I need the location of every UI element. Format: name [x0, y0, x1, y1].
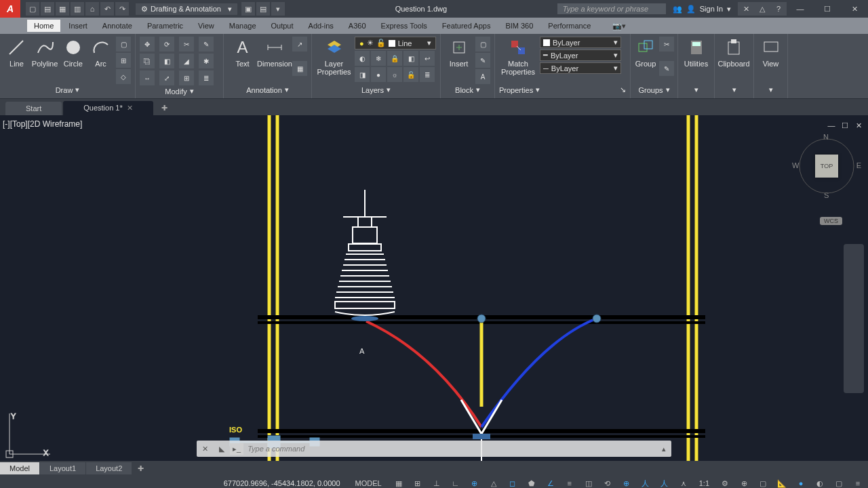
text-button[interactable]: AText: [228, 37, 257, 84]
tab-performance[interactable]: Performance: [541, 20, 597, 32]
layer-thaw-icon[interactable]: ☼: [387, 67, 402, 82]
tab-annotate[interactable]: Annotate: [96, 20, 139, 32]
status-osnap-icon[interactable]: ◻: [505, 476, 520, 488]
arc-button[interactable]: Arc: [88, 37, 113, 84]
status-ortho-icon[interactable]: ∟: [448, 476, 463, 488]
layer-freeze-icon[interactable]: ❄: [371, 51, 386, 66]
panel-annotation-label[interactable]: Annotation ▾: [228, 84, 307, 96]
leader-icon[interactable]: ↗: [292, 37, 307, 52]
qat-extra1-icon[interactable]: ▣: [241, 2, 255, 16]
app-logo[interactable]: A: [0, 0, 20, 18]
wcs-badge[interactable]: WCS: [820, 217, 842, 225]
command-line[interactable]: ✕ ◣ ▸_ ▴: [197, 441, 671, 457]
layer-off-icon[interactable]: ◐: [355, 51, 370, 66]
table-icon[interactable]: ▦: [292, 61, 307, 76]
tab-bim360[interactable]: BIM 360: [498, 20, 540, 32]
qat-extra3-icon[interactable]: ▾: [271, 2, 285, 16]
tab-output[interactable]: Output: [264, 20, 300, 32]
infocenter-icon[interactable]: 👥: [673, 5, 682, 14]
scale-icon[interactable]: ⤢: [159, 70, 174, 85]
status-clean-icon[interactable]: ▢: [831, 476, 846, 488]
view-button[interactable]: View: [758, 37, 783, 84]
status-coordinates[interactable]: 677020.9696, -45434.1802, 0.0000: [218, 479, 346, 487]
panel-modify-label[interactable]: Modify ▾: [140, 85, 219, 97]
status-dyn-icon[interactable]: ⊕: [619, 476, 634, 488]
tab-expresstools[interactable]: Express Tools: [374, 20, 434, 32]
create-block-icon[interactable]: ▢: [475, 37, 490, 52]
panel-block-label[interactable]: Block ▾: [445, 84, 490, 96]
tab-insert[interactable]: Insert: [62, 20, 94, 32]
status-polar-icon[interactable]: ⊕: [467, 476, 482, 488]
group-button[interactable]: Group: [635, 37, 656, 84]
search-input[interactable]: Type a keyword or phrase: [557, 3, 666, 14]
status-hw-icon[interactable]: ●: [793, 476, 808, 488]
tab-a360[interactable]: A360: [342, 20, 373, 32]
status-isolate-icon[interactable]: ◐: [812, 476, 827, 488]
draw-mini1-icon[interactable]: ▢: [116, 37, 131, 52]
filetab-active[interactable]: Question 1* ✕: [63, 101, 153, 115]
status-scale[interactable]: 1:1: [695, 479, 713, 487]
explode-icon[interactable]: ✱: [199, 54, 214, 68]
clipboard-button[interactable]: Clipboard: [719, 37, 749, 84]
chevron-down-icon[interactable]: ▾: [727, 5, 731, 14]
status-grid-icon[interactable]: ▦: [391, 476, 406, 488]
status-ws-icon[interactable]: ▢: [755, 476, 770, 488]
qat-save-icon[interactable]: ▦: [56, 2, 69, 16]
navigation-bar[interactable]: [844, 244, 864, 393]
layouttab-add-button[interactable]: ✚: [132, 462, 149, 475]
trim-icon[interactable]: ✂: [179, 37, 194, 52]
status-qp-icon[interactable]: 人: [638, 476, 653, 488]
layer-unlock-icon[interactable]: 🔓: [403, 67, 418, 82]
tab-parametric[interactable]: Parametric: [140, 20, 190, 32]
panel-utilities-label[interactable]: ▾: [682, 84, 710, 96]
array-icon[interactable]: ⊞: [179, 70, 194, 85]
qat-new-icon[interactable]: ▢: [26, 2, 39, 16]
filetab-start[interactable]: Start: [5, 102, 62, 115]
move-icon[interactable]: ✥: [140, 37, 155, 52]
lineweight-dropdown[interactable]: ━ByLayer▾: [540, 49, 621, 61]
tab-featuredapps[interactable]: Featured Apps: [435, 20, 498, 32]
offset-icon[interactable]: ≣: [199, 70, 214, 85]
erase-icon[interactable]: ✎: [199, 37, 214, 52]
edit-block-icon[interactable]: ✎: [475, 53, 490, 68]
mirror-icon[interactable]: ◧: [159, 54, 174, 68]
utilities-button[interactable]: Utilities: [682, 37, 710, 84]
panel-draw-label[interactable]: Draw ▾: [4, 84, 131, 96]
group-edit-icon[interactable]: ✎: [659, 61, 674, 76]
status-otrack-icon[interactable]: ∠: [543, 476, 558, 488]
layouttab-model[interactable]: Model: [0, 462, 39, 474]
status-gear-icon[interactable]: ⚙: [717, 476, 732, 488]
status-units-icon[interactable]: 📐: [774, 476, 789, 488]
layer-prev-icon[interactable]: ↩: [420, 51, 435, 66]
layouttab-layout2[interactable]: Layout2: [86, 462, 132, 474]
layouttab-layout1[interactable]: Layout1: [40, 462, 85, 474]
command-input[interactable]: [243, 445, 656, 453]
status-customize-icon[interactable]: ≡: [850, 476, 865, 488]
tab-manage[interactable]: Manage: [222, 20, 263, 32]
status-lwt-icon[interactable]: ≡: [562, 476, 577, 488]
panel-groups-label[interactable]: Groups ▾: [635, 84, 673, 96]
drawing-canvas[interactable]: A ISO Y X: [0, 115, 868, 461]
panel-clipboard-label[interactable]: ▾: [719, 84, 749, 96]
polyline-button[interactable]: Polyline: [32, 37, 58, 84]
close-tab-icon[interactable]: ✕: [127, 104, 133, 112]
signin-link[interactable]: Sign In: [700, 5, 723, 13]
tab-view[interactable]: View: [191, 20, 221, 32]
status-infer-icon[interactable]: ⊥: [429, 476, 444, 488]
qat-plot-icon[interactable]: ⌂: [85, 2, 99, 16]
cmdline-customize-icon[interactable]: ◣: [214, 445, 230, 453]
status-3dosnap-icon[interactable]: ⬟: [524, 476, 539, 488]
stretch-icon[interactable]: ↔: [140, 70, 155, 85]
rotate-icon[interactable]: ⟳: [159, 37, 174, 52]
insert-block-button[interactable]: Insert: [445, 37, 473, 84]
status-cycling-icon[interactable]: ⟲: [600, 476, 615, 488]
help-icon[interactable]: ?: [770, 2, 787, 16]
cmdline-history-icon[interactable]: ▴: [656, 445, 671, 453]
layer-dropdown[interactable]: ●☀🔓Line▾: [355, 37, 436, 49]
linetype-dropdown[interactable]: ─ByLayer▾: [540, 62, 621, 74]
status-iso-icon[interactable]: △: [486, 476, 501, 488]
draw-mini3-icon[interactable]: ◇: [116, 69, 131, 84]
status-snap-icon[interactable]: ⊞: [410, 476, 425, 488]
status-am-icon[interactable]: ⋏: [676, 476, 691, 488]
qat-redo-icon[interactable]: ↷: [115, 2, 129, 16]
